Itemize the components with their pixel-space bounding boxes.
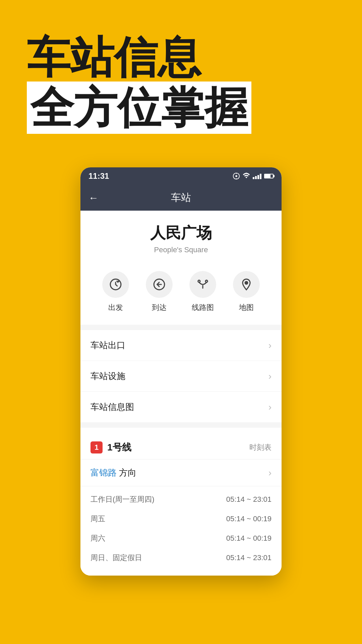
direction-text: 富锦路 方向 (90, 467, 136, 479)
schedule-day-2: 周六 (90, 533, 105, 543)
chevron-right-direction: › (268, 468, 272, 478)
schedule-table: 工作日(周一至周四) 05:14 ~ 23:01 周五 05:14 ~ 00:1… (80, 486, 282, 576)
wifi-icon (243, 172, 250, 180)
schedule-day-0: 工作日(周一至周四) (90, 494, 155, 504)
app-header-title: 车站 (105, 191, 257, 205)
depart-circle[interactable] (102, 271, 129, 298)
station-name-section: 人民广场 People's Square (80, 211, 282, 264)
menu-item-exit[interactable]: 车站出口 › (80, 330, 282, 361)
timetable-link[interactable]: 时刻表 (249, 442, 272, 452)
schedule-time-2: 05:14 ~ 00:19 (226, 534, 272, 543)
menu-item-facilities[interactable]: 车站设施 › (80, 361, 282, 392)
chevron-right-exit: › (268, 340, 272, 351)
chevron-right-facilities: › (268, 371, 272, 382)
arrive-circle[interactable] (146, 271, 173, 298)
station-name-zh: 人民广场 (87, 223, 275, 244)
route-circle[interactable] (189, 271, 216, 298)
map-icon (240, 278, 253, 291)
depart-icon (109, 278, 122, 291)
hero-title-line1: 车站信息 (27, 34, 335, 82)
status-time: 11:31 (88, 171, 109, 181)
direction-station: 富锦路 (90, 468, 117, 478)
schedule-time-1: 05:14 ~ 00:19 (226, 515, 272, 523)
status-bar: 11:31 (80, 167, 282, 185)
svg-point-1 (235, 175, 237, 177)
route-icon (196, 278, 209, 291)
menu-section: 车站出口 › 车站设施 › 车站信息图 › (80, 325, 282, 428)
line-badge: 1 (90, 441, 103, 453)
arrive-label: 到达 (152, 303, 167, 313)
action-map[interactable]: 地图 (233, 271, 260, 313)
app-header: ← 车站 (80, 185, 282, 211)
direction-row[interactable]: 富锦路 方向 › (80, 460, 282, 486)
status-icons (233, 172, 274, 180)
action-route[interactable]: 线路图 (189, 271, 216, 313)
chevron-right-info-map: › (268, 402, 272, 413)
battery-icon (264, 174, 274, 178)
line-badge-row: 1 1号线 (90, 441, 131, 454)
schedule-row-2: 周六 05:14 ~ 00:19 (90, 529, 272, 548)
line-name: 1号线 (107, 441, 131, 454)
depart-label: 出发 (108, 303, 123, 313)
menu-info-map-label: 车站信息图 (90, 401, 134, 413)
route-label: 线路图 (192, 303, 214, 313)
map-circle[interactable] (233, 271, 260, 298)
station-name-en: People's Square (87, 246, 275, 254)
hero-title-line2: 全方位掌握 (30, 83, 248, 132)
schedule-day-3: 周日、固定假日 (90, 553, 142, 563)
schedule-row-3: 周日、固定假日 05:14 ~ 23:01 (90, 548, 272, 568)
svg-point-8 (245, 281, 248, 284)
schedule-row-0: 工作日(周一至周四) 05:14 ~ 23:01 (90, 490, 272, 509)
menu-facilities-label: 车站设施 (90, 370, 125, 382)
map-label: 地图 (239, 303, 254, 313)
schedule-time-3: 05:14 ~ 23:01 (226, 553, 272, 562)
schedule-row-1: 周五 05:14 ~ 00:19 (90, 509, 272, 529)
phone-mockup: 11:31 (80, 167, 282, 576)
arrive-icon (153, 278, 166, 291)
action-depart[interactable]: 出发 (102, 271, 129, 313)
location-icon (233, 172, 240, 180)
schedule-time-0: 05:14 ~ 23:01 (226, 495, 272, 504)
hero-title-line2-wrapper: 全方位掌握 (27, 82, 251, 134)
direction-word: 方向 (119, 468, 136, 478)
menu-item-info-map[interactable]: 车站信息图 › (80, 392, 282, 422)
schedule-day-1: 周五 (90, 514, 105, 524)
menu-exit-label: 车站出口 (90, 339, 125, 351)
line-section: 1 1号线 时刻表 富锦路 方向 › 工作日(周一至周四) 05:14 ~ 23… (80, 433, 282, 576)
action-arrive[interactable]: 到达 (146, 271, 173, 313)
back-button[interactable]: ← (88, 192, 99, 204)
hero-section: 车站信息 全方位掌握 (0, 0, 362, 154)
signal-icon (253, 173, 261, 179)
action-row: 出发 到达 线路图 (80, 264, 282, 325)
line-header: 1 1号线 时刻表 (80, 433, 282, 460)
